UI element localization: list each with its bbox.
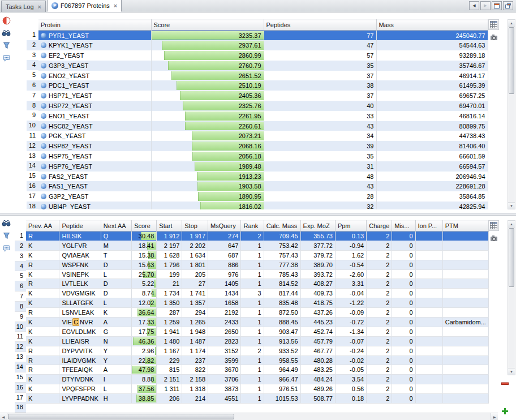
minimize-window-button[interactable] xyxy=(492,1,502,10)
protein-row[interactable]: HSP71_YEAST2405.363769657.25 xyxy=(38,91,488,101)
column-header-protein[interactable]: Protein xyxy=(38,20,151,31)
scrollbar-thumb[interactable] xyxy=(509,27,514,94)
peptide-row[interactable]: RWSPFNKD15.631 7961 8018861777.38389.70-… xyxy=(26,260,489,269)
float-window-button[interactable] xyxy=(503,1,513,10)
scroll-down-arrow[interactable]: ▼ xyxy=(508,368,515,375)
protein-row[interactable]: HSP75_YEAST2056.183566601.59 xyxy=(38,151,488,161)
column-header-mis[interactable]: Mis... xyxy=(392,221,415,232)
decoy-filter-button[interactable] xyxy=(2,16,11,25)
export-button[interactable] xyxy=(2,53,11,62)
protein-row[interactable]: EF2_YEAST2860.995793289.18 xyxy=(38,50,488,61)
protein-icon xyxy=(41,164,46,169)
column-header-start[interactable]: Start xyxy=(157,221,182,232)
peptide-peptide-cell: VSINEPK xyxy=(59,269,101,279)
close-icon[interactable]: × xyxy=(38,4,41,10)
scrollbar-thumb[interactable] xyxy=(509,228,514,287)
column-header-peptide[interactable]: Peptide xyxy=(59,221,101,232)
protein-row[interactable]: PYR1_YEAST3235.3777245040.77 xyxy=(38,31,488,41)
protein-row[interactable]: ENO2_YEAST2651.523746914.17 xyxy=(38,71,488,81)
scroll-up-arrow[interactable]: ▲ xyxy=(508,20,515,27)
protein-row[interactable]: HSP82_YEAST2068.163981406.40 xyxy=(38,141,488,151)
column-header-msquery[interactable]: MsQuery xyxy=(208,221,241,232)
column-header-score[interactable]: Score xyxy=(151,20,264,31)
peptide-start-cell: 199 xyxy=(157,269,182,279)
protein-row[interactable]: UBI4P_YEAST1816.023242825.94 xyxy=(38,202,488,209)
filter-button[interactable] xyxy=(2,41,11,50)
column-header-score[interactable]: Score xyxy=(132,221,157,232)
scroll-right-arrow[interactable]: ▶ xyxy=(491,413,498,420)
protein-vertical-scrollbar[interactable]: ▲ ▼ xyxy=(508,19,515,209)
peptide-ppm-cell: 0.13 xyxy=(335,232,366,241)
protein-icon xyxy=(41,53,46,58)
protein-row[interactable]: G3P3_YEAST2760.793535746.67 xyxy=(38,61,488,71)
remove-button[interactable] xyxy=(501,380,509,388)
peptide-row[interactable]: KVDVGMGIKD8.741 7341 74114343817.44409.7… xyxy=(26,289,489,298)
peptide-row[interactable]: RDYPVVITKY2.961 1671 17431522933.52467.7… xyxy=(26,346,489,355)
column-header-calc-mass[interactable]: Calc. Mass xyxy=(264,221,300,232)
close-icon[interactable]: × xyxy=(114,3,117,8)
scrollbar-thumb[interactable] xyxy=(8,414,234,419)
protein-row[interactable]: PDC1_YEAST2510.193861495.39 xyxy=(38,80,488,91)
peptide-row[interactable]: RILAIDVGMKY22.8222923735991958.55480.28-… xyxy=(26,355,489,365)
add-button[interactable] xyxy=(501,407,509,415)
scroll-left-arrow[interactable]: ◀ xyxy=(0,413,7,420)
column-header-exp-moz[interactable]: Exp. MoZ xyxy=(300,221,335,232)
protein-row[interactable]: G3P2_YEAST1890.952835864.85 xyxy=(38,191,488,202)
scroll-tabs-right-button[interactable]: ▶ xyxy=(480,1,491,10)
peptide-row[interactable]: KDTYIVDNKI8.882 1512 15837061966.47484.2… xyxy=(26,375,489,384)
protein-row[interactable]: HSP72_YEAST2325.764069470.01 xyxy=(38,101,488,111)
peptide-row[interactable]: KVSINEPKL25.701992059761785.43393.72-2.6… xyxy=(26,269,489,279)
column-header-mass[interactable]: Mass xyxy=(376,20,488,31)
filter-button[interactable] xyxy=(2,231,11,240)
protein-row[interactable]: HSP76_YEAST1989.483166594.57 xyxy=(38,161,488,172)
peptide-row[interactable]: RTFEEAIQKA47.9881582236701964.49483.25-0… xyxy=(26,365,489,375)
export-image-button[interactable] xyxy=(489,234,499,243)
peptide-row[interactable]: KLYVPPADNKH38.85206214455111015.53508.77… xyxy=(26,394,489,404)
protein-row[interactable]: HSC82_YEAST2260.614380899.75 xyxy=(38,121,488,131)
scroll-down-arrow[interactable]: ▼ xyxy=(508,202,515,209)
column-settings-button[interactable] xyxy=(488,220,499,231)
column-header-ppm[interactable]: Ppm xyxy=(335,221,366,232)
peptide-row[interactable]: KYGLFVRM18.412 1972 2026471753.42377.72-… xyxy=(26,241,489,250)
column-header-prev-aa[interactable]: Prev. AA xyxy=(26,221,59,232)
protein-row[interactable]: ENO1_YEAST2261.953346816.14 xyxy=(38,111,488,121)
peptide-row[interactable]: RLVTLELKD5.22212714051814.52408.273.3120 xyxy=(26,279,489,289)
peptide-stop-cell: 294 xyxy=(182,308,208,318)
horizontal-scrollbar[interactable]: ◀ ▶ xyxy=(0,413,498,420)
scroll-tabs-left-button[interactable]: ◀ xyxy=(469,1,479,10)
peptide-row[interactable]: KQVIAEAKT15.381 6281 6346871757.43379.72… xyxy=(26,250,489,260)
peptide-row[interactable]: RHILSIKQ30.481 9121 9172742709.45355.730… xyxy=(26,232,489,241)
protein-row[interactable]: KPYK1_YEAST2937.614754544.63 xyxy=(38,40,488,50)
column-header-next-aa[interactable]: Next AA xyxy=(101,221,131,232)
protein-row[interactable]: FAS2_YEAST1913.2348206946.94 xyxy=(38,172,488,182)
tab-tasks-log[interactable]: Tasks Log × xyxy=(1,1,46,12)
column-header-ptm[interactable]: PTM xyxy=(442,221,488,232)
export-button[interactable] xyxy=(2,243,11,252)
column-header-peptides[interactable]: Peptides xyxy=(264,20,376,31)
peptide-row[interactable]: KEGVLDLMKG17.751 9411 94826501903.47452.… xyxy=(26,327,489,336)
export-image-button[interactable] xyxy=(489,33,499,42)
protein-name: HSP71_YEAST xyxy=(49,92,92,99)
peptide-row[interactable]: KVPQFSFPRL37.561 3111 31838731976.51489.… xyxy=(26,384,489,394)
row-number: 10 xyxy=(27,121,38,131)
peptide-row[interactable]: KSLLATGFKL12.021 3501 35716581835.48418.… xyxy=(26,298,489,308)
column-header-ion-p[interactable]: Ion P... xyxy=(415,221,442,232)
peptide-row[interactable]: KVIECNVRA17.331 2591 26524331888.45445.2… xyxy=(26,318,489,327)
column-settings-button[interactable] xyxy=(488,19,499,30)
search-button[interactable] xyxy=(2,218,11,228)
column-header-stop[interactable]: Stop xyxy=(182,221,208,232)
peptide-score-cell: 17.33 xyxy=(132,318,157,327)
peptide-row[interactable]: KLLIEAISRN46.361 4801 48728231913.56457.… xyxy=(26,336,489,346)
tab-proteins[interactable]: P F067897 Proteins × xyxy=(47,0,122,12)
protein-row[interactable]: PGK_YEAST2073.213444738.43 xyxy=(38,131,488,141)
protein-row[interactable]: FAS1_YEAST1903.5843228691.28 xyxy=(38,181,488,191)
peptide-ion-cell xyxy=(415,365,442,375)
column-header-charge[interactable]: Charge xyxy=(367,221,392,232)
peptide-calc-mass-cell: 913.56 xyxy=(264,336,300,346)
column-header-rank[interactable]: Rank xyxy=(241,221,264,232)
peptide-vertical-scrollbar[interactable]: ▲ ▼ xyxy=(508,220,515,375)
search-button[interactable] xyxy=(2,28,11,37)
scroll-up-arrow[interactable]: ▲ xyxy=(508,221,515,228)
peptide-start-cell: 1 796 xyxy=(157,260,182,269)
peptide-row[interactable]: RLSNVLEAKK36.6428729421921872.50437.26-0… xyxy=(26,308,489,318)
